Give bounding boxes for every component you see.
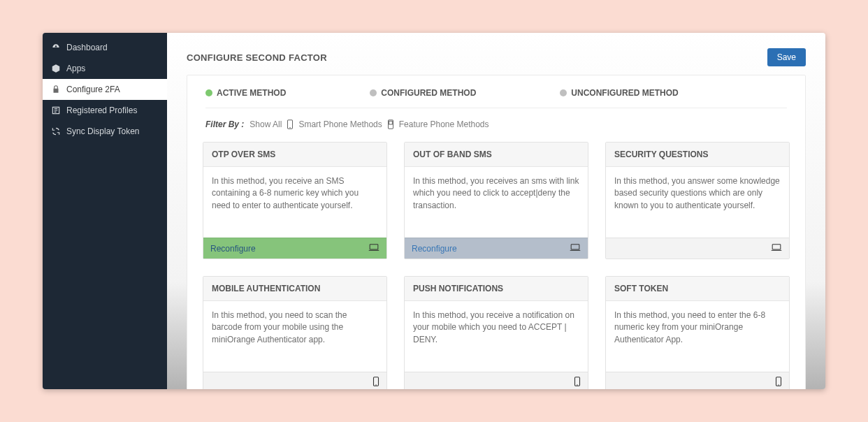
phone-icon [775,377,782,388]
save-button[interactable]: Save [767,48,806,66]
card-desc: In this method, you receives an sms with… [405,167,588,238]
reconfigure-link[interactable]: Reconfigure [412,244,457,254]
gauge-icon [51,43,61,52]
phone-icon [574,377,581,388]
card-title: OTP OVER SMS [203,143,386,167]
card-footer: Reconfigure [405,238,588,259]
card-security-questions[interactable]: SECURITY QUESTIONS In this method, you a… [605,142,790,259]
sidebar-item-label: Dashboard [66,43,108,52]
card-mobile-authentication[interactable]: MOBILE AUTHENTICATION In this method, yo… [203,276,387,389]
sidebar: Dashboard Apps Configure 2FA Registered … [43,33,167,389]
profile-icon [51,106,61,115]
page-header: CONFIGURE SECOND FACTOR Save [187,48,806,66]
legend-active: ACTIVE METHOD [205,88,286,98]
sidebar-item-sync-display-token[interactable]: Sync Display Token [43,121,167,142]
filter-show-all[interactable]: Show All [249,119,282,129]
method-panel: ACTIVE METHOD CONFIGURED METHOD UNCONFIG… [187,75,806,389]
page-title: CONFIGURE SECOND FACTOR [187,52,327,63]
laptop-icon [570,242,581,254]
card-title: PUSH NOTIFICATIONS [405,277,588,301]
card-footer [606,238,789,259]
legend-configured-label: CONFIGURED METHOD [381,88,476,98]
sidebar-item-dashboard[interactable]: Dashboard [43,37,167,58]
card-desc: In this method, you need to enter the 6-… [606,301,789,372]
legend-unconfigured: UNCONFIGURED METHOD [560,88,678,98]
sync-icon [51,126,61,136]
card-otp-over-sms[interactable]: OTP OVER SMS In this method, you receive… [203,142,387,259]
filter-featurephone[interactable]: Feature Phone Methods [399,119,489,129]
svg-rect-7 [374,377,379,386]
reconfigure-link[interactable]: Reconfigure [210,244,256,254]
filter-row: Filter By : Show All Smart Phone Methods… [205,108,787,142]
dot-configured-icon [370,89,377,96]
dot-unconfigured-icon [560,89,567,96]
card-out-of-band-sms[interactable]: OUT OF BAND SMS In this method, you rece… [404,142,588,259]
filter-smartphone[interactable]: Smart Phone Methods [298,119,382,129]
card-title: SOFT TOKEN [606,277,789,301]
main-content: CONFIGURE SECOND FACTOR Save ACTIVE METH… [167,33,825,389]
card-title: OUT OF BAND SMS [405,143,588,167]
sidebar-item-registered-profiles[interactable]: Registered Profiles [43,100,167,121]
legend-row: ACTIVE METHOD CONFIGURED METHOD UNCONFIG… [205,88,787,108]
method-cards: OTP OVER SMS In this method, you receive… [203,142,790,389]
svg-rect-4 [370,245,378,249]
legend-active-label: ACTIVE METHOD [217,88,286,98]
card-footer: Reconfigure [203,238,386,259]
svg-rect-6 [772,245,781,249]
sidebar-item-label: Apps [66,64,85,73]
featurephone-icon [386,119,395,129]
phone-icon [372,377,379,388]
dot-active-icon [205,89,212,96]
card-soft-token[interactable]: SOFT TOKEN In this method, you need to e… [605,276,790,389]
card-title: MOBILE AUTHENTICATION [203,277,386,301]
card-desc: In this method, you answer some knowledg… [606,167,789,238]
svg-rect-11 [776,377,781,386]
cube-icon [51,64,61,73]
sidebar-item-label: Registered Profiles [66,106,137,115]
card-title: SECURITY QUESTIONS [606,143,789,167]
card-desc: In this method, you receive a notificati… [405,301,588,372]
legend-unconfigured-label: UNCONFIGURED METHOD [571,88,678,98]
card-push-notifications[interactable]: PUSH NOTIFICATIONS In this method, you r… [404,276,588,389]
filter-label: Filter By : [205,119,244,129]
smartphone-icon [286,119,294,129]
app-window: Dashboard Apps Configure 2FA Registered … [43,33,825,389]
svg-rect-9 [575,377,580,386]
card-desc: In this method, you need to scan the bar… [203,301,386,372]
svg-rect-3 [389,121,392,124]
card-footer [606,372,789,389]
laptop-icon [368,242,379,254]
svg-rect-5 [571,245,579,249]
laptop-icon [771,242,782,254]
sidebar-item-apps[interactable]: Apps [43,58,167,79]
card-footer [203,372,386,389]
legend-configured: CONFIGURED METHOD [370,88,476,98]
sidebar-item-configure-2fa[interactable]: Configure 2FA [43,79,167,100]
card-desc: In this method, you receive an SMS conta… [203,167,386,238]
lock-icon [51,85,61,94]
sidebar-item-label: Sync Display Token [66,126,140,136]
sidebar-item-label: Configure 2FA [66,85,120,94]
card-footer [405,372,588,389]
